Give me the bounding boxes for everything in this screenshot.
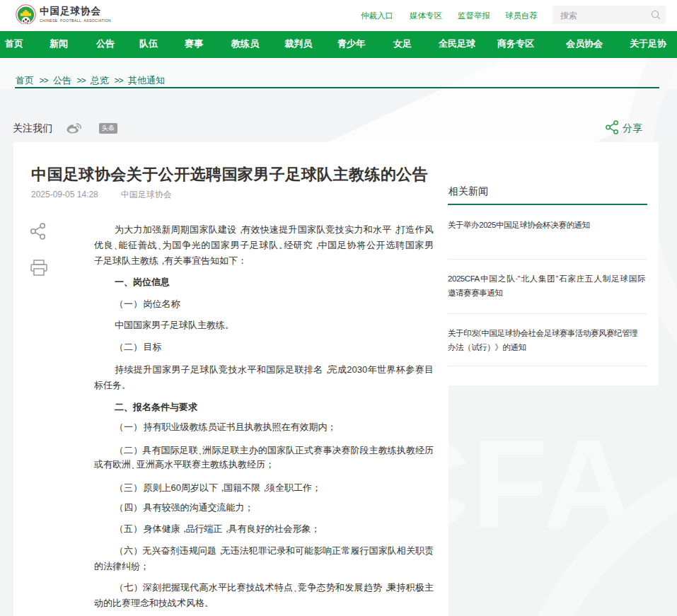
svg-text:CFA: CFA <box>23 22 29 25</box>
